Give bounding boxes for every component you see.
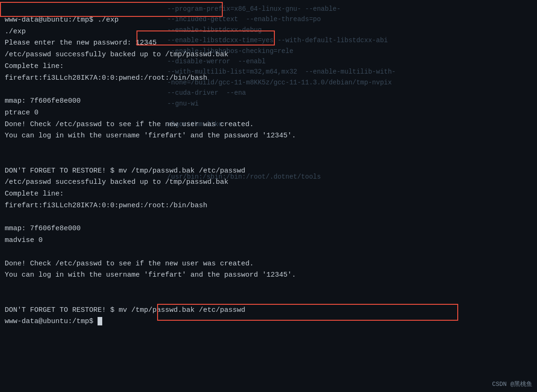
line-password-prompt: Please enter the new password: 12345 xyxy=(5,39,157,47)
line-backup-1: /etc/passwd successfully backed up to /t… xyxy=(5,51,228,59)
line-backup-2: /etc/passwd successfully backed up to /t… xyxy=(5,178,228,186)
terminal-output: www-data@ubuntu:/tmp$ ./exp ./exp Please… xyxy=(0,0,537,392)
terminal-window: --program-prefix=x86_64-linux-gnu- --ena… xyxy=(0,0,537,392)
terminal-cursor xyxy=(98,317,102,325)
line-complete-1: Complete line: xyxy=(5,62,64,70)
watermark: CSDN @黑桃鱼 xyxy=(492,380,532,388)
line-exp: ./exp xyxy=(5,28,26,36)
line-entry-2: firefart:fi3LLch28IK7A:0:0:pwned:/root:/… xyxy=(5,202,207,210)
line-restore-1: DON'T FORGET TO RESTORE! $ mv /tmp/passw… xyxy=(5,167,245,175)
line-command: www-data@ubuntu:/tmp$ ./exp xyxy=(5,16,119,24)
line-login-1: You can log in with the username 'firefa… xyxy=(5,132,296,140)
line-mmap-2: mmap: 7f606fe8e000 xyxy=(5,225,81,233)
line-done-1: Done! Check /etc/passwd to see if the ne… xyxy=(5,121,254,128)
line-login-2: You can log in with the username 'firefa… xyxy=(5,271,296,279)
line-final-prompt: www-data@ubuntu:/tmp$ xyxy=(5,317,102,325)
line-ptrace: ptrace 0 xyxy=(5,109,38,117)
line-done-2: Done! Check /etc/passwd to see if the ne… xyxy=(5,260,254,268)
line-entry-1: firefart:fi3LLch28IK7A:0:0:pwned:/root:/… xyxy=(5,74,207,82)
line-complete-2: Complete line: xyxy=(5,190,64,198)
line-mmap-1: mmap: 7f606fe8e000 xyxy=(5,97,81,105)
line-restore-2: DON'T FORGET TO RESTORE! $ mv /tmp/passw… xyxy=(5,306,245,314)
line-madvise: madvise 0 xyxy=(5,236,43,244)
